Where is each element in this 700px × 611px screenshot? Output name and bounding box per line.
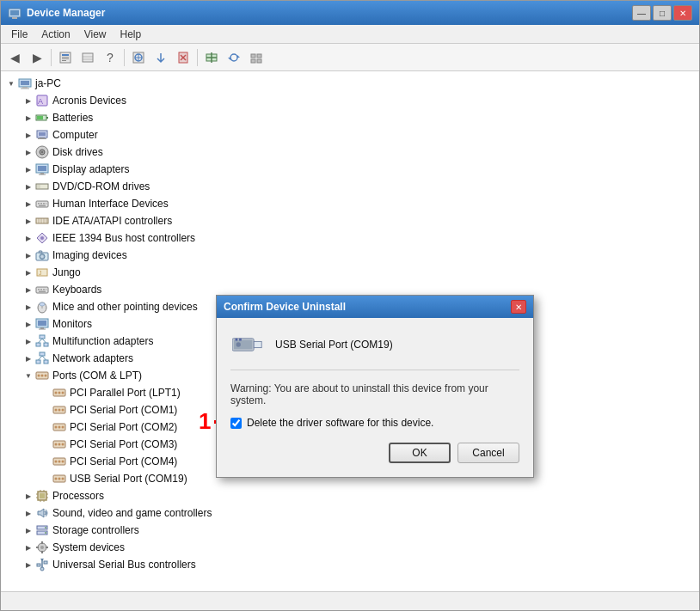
toolbar-back[interactable]: ◀ xyxy=(4,47,25,68)
tree-item-icon xyxy=(35,180,49,193)
tree-item-icon xyxy=(52,472,66,486)
menu-action[interactable]: Action xyxy=(34,27,77,42)
svg-point-114 xyxy=(58,461,61,463)
delete-driver-checkbox[interactable] xyxy=(230,418,242,429)
tree-item-icon xyxy=(52,420,66,434)
tree-expander[interactable]: ▶ xyxy=(21,334,35,348)
tree-item[interactable]: ▶ Imaging devices xyxy=(1,247,699,264)
toolbar-help[interactable]: ? xyxy=(100,47,120,68)
menu-file[interactable]: File xyxy=(4,27,34,42)
tree-expander[interactable]: ▶ xyxy=(21,197,35,211)
dialog-close-button[interactable]: ✕ xyxy=(511,300,526,314)
tree-expander[interactable]: ▶ xyxy=(21,266,35,279)
tree-expander[interactable] xyxy=(39,403,52,417)
svg-line-90 xyxy=(39,356,43,360)
tree-expander[interactable]: ▼ xyxy=(21,369,35,382)
svg-rect-87 xyxy=(40,352,45,356)
svg-rect-39 xyxy=(38,138,46,139)
tree-item[interactable]: ▶ Universal Serial Bus controllers xyxy=(1,556,699,573)
tree-root[interactable]: ▼ ja-PC xyxy=(1,75,699,92)
tree-item[interactable]: ▶ Processors xyxy=(1,487,699,504)
tree-expander[interactable]: ▶ xyxy=(21,145,35,159)
svg-rect-139 xyxy=(36,547,39,548)
tree-expander[interactable]: ▶ xyxy=(21,162,35,176)
svg-rect-55 xyxy=(39,205,46,207)
tree-item-icon xyxy=(35,369,49,382)
tree-item-label: Acronis Devices xyxy=(52,95,126,107)
dialog-cancel-button[interactable]: Cancel xyxy=(457,443,519,463)
root-expander[interactable]: ▼ xyxy=(4,76,18,90)
tree-item[interactable]: ▶AAcronis Devices xyxy=(1,92,699,109)
menu-view[interactable]: View xyxy=(77,27,114,42)
delete-driver-label: Delete the driver software for this devi… xyxy=(247,417,433,429)
dialog-checkbox-row[interactable]: Delete the driver software for this devi… xyxy=(230,417,519,429)
toolbar-update[interactable] xyxy=(150,47,171,68)
tree-expander[interactable] xyxy=(39,472,52,486)
svg-rect-79 xyxy=(38,321,46,326)
tree-expander[interactable]: ▶ xyxy=(21,558,35,571)
tree-item[interactable]: ▶ DVD/CD-ROM drives xyxy=(1,178,699,195)
tree-expander[interactable]: ▶ xyxy=(21,94,35,107)
toolbar-list[interactable] xyxy=(77,47,98,68)
status-bar xyxy=(1,591,699,610)
tree-expander[interactable]: ▶ xyxy=(21,111,35,125)
minimize-button[interactable]: — xyxy=(632,5,651,21)
tree-expander[interactable]: ▶ xyxy=(21,248,35,262)
toolbar-add-hardware[interactable] xyxy=(201,47,222,68)
device-tree[interactable]: ▼ ja-PC ▶AAcronis Devices▶ Batteries▶ Co… xyxy=(1,71,699,591)
tree-expander[interactable] xyxy=(39,386,52,400)
dialog-ok-button[interactable]: OK xyxy=(389,443,451,463)
tree-item[interactable]: ▶ IEEE 1394 Bus host controllers xyxy=(1,229,699,247)
tree-expander[interactable]: ▶ xyxy=(21,541,35,554)
tree-item-icon xyxy=(52,437,66,451)
tree-item[interactable]: ▶ Human Interface Devices xyxy=(1,195,699,212)
tree-expander[interactable]: ▶ xyxy=(21,214,35,228)
tree-expander[interactable]: ▶ xyxy=(21,523,35,537)
toolbar-uninstall[interactable] xyxy=(173,47,193,68)
svg-rect-38 xyxy=(40,137,45,138)
tree-expander[interactable]: ▶ xyxy=(21,128,35,142)
tree-expander[interactable]: ▶ xyxy=(21,231,35,245)
tree-expander[interactable]: ▶ xyxy=(21,489,35,503)
svg-rect-49 xyxy=(37,185,40,188)
tree-expander[interactable]: ▶ xyxy=(21,351,35,365)
toolbar-scan[interactable] xyxy=(128,47,149,68)
dialog-body: USB Serial Port (COM19) Warning: You are… xyxy=(217,318,533,477)
tree-item[interactable]: ▶ System devices xyxy=(1,539,699,556)
svg-point-97 xyxy=(55,392,58,394)
svg-point-107 xyxy=(62,426,64,429)
title-bar: Device Manager — □ ✕ xyxy=(1,1,699,25)
tree-item[interactable]: ▶ Storage controllers xyxy=(1,522,699,539)
tree-expander[interactable]: ▶ xyxy=(21,506,35,520)
tree-item[interactable]: ▶ Disk drives xyxy=(1,144,699,161)
tree-expander[interactable]: ▶ xyxy=(21,317,35,331)
tree-expander[interactable] xyxy=(39,437,52,451)
tree-item-label: System devices xyxy=(52,541,125,553)
tree-item[interactable]: ▶ IDE ATA/ATAPI controllers xyxy=(1,212,699,229)
tree-item[interactable]: ▶ Batteries xyxy=(1,109,699,126)
close-button[interactable]: ✕ xyxy=(673,5,692,21)
toolbar-refresh[interactable] xyxy=(224,47,244,68)
tree-item[interactable]: ▶ Display adapters xyxy=(1,161,699,178)
tree-expander[interactable]: ▶ xyxy=(21,180,35,193)
tree-expander[interactable]: ▶ xyxy=(21,283,35,296)
tree-item[interactable]: ▶ Sound, video and game controllers xyxy=(1,504,699,522)
window-controls: — □ ✕ xyxy=(632,5,692,21)
maximize-button[interactable]: □ xyxy=(653,5,672,21)
tree-item[interactable]: ▶ J Jungo xyxy=(1,264,699,281)
tree-expander[interactable] xyxy=(39,420,52,434)
svg-rect-53 xyxy=(43,203,45,205)
toolbar-properties[interactable] xyxy=(55,47,76,68)
menu-bar: File Action View Help xyxy=(1,25,699,44)
toolbar-forward[interactable]: ▶ xyxy=(27,47,47,68)
toolbar-more[interactable] xyxy=(246,47,267,68)
svg-rect-24 xyxy=(257,54,261,58)
tree-item-icon xyxy=(52,455,66,468)
tree-item[interactable]: ▶ Computer xyxy=(1,126,699,144)
tree-expander[interactable] xyxy=(39,455,52,468)
menu-help[interactable]: Help xyxy=(114,27,149,42)
tree-item-icon xyxy=(35,162,49,176)
svg-rect-46 xyxy=(39,174,46,175)
svg-point-133 xyxy=(45,527,46,529)
tree-expander[interactable]: ▶ xyxy=(21,300,35,314)
